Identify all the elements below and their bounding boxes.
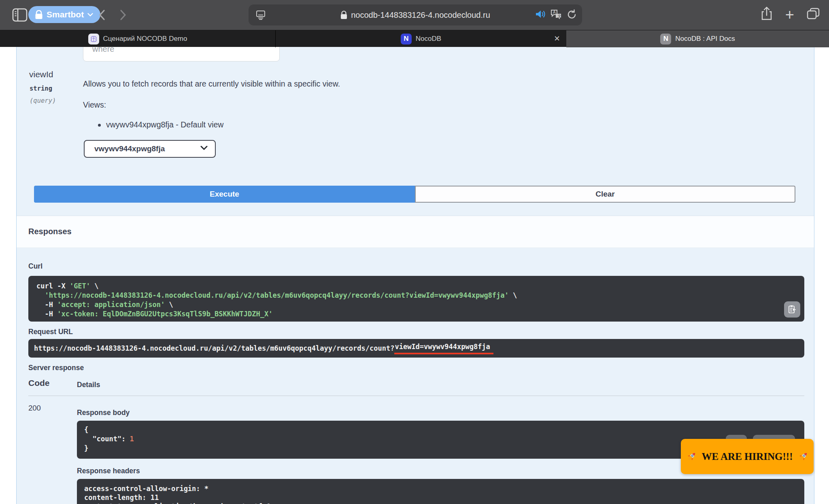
chevron-down-icon [200,146,208,150]
nocodb-icon: N [401,34,412,44]
we-are-hiring-banner[interactable]: WE ARE HIRING!!! [681,439,814,474]
tab-label: NocoDB : API Docs [675,35,735,43]
execute-button[interactable]: Execute [34,186,415,203]
rocket-icon [797,451,809,463]
view-id-select[interactable]: vwywv944xpwg8fja [84,140,216,158]
responses-heading: Responses [28,227,72,236]
clear-button[interactable]: Clear [415,186,795,203]
curl-code-block: curl -X 'GET' \ 'https://nocodb-14483831… [28,276,804,322]
details-column-header: Details [77,381,100,389]
table-divider [28,396,804,396]
smartbot-extension-button[interactable]: Smartbot [28,6,100,23]
url-text: nocodb-1448383126-4.nocodecloud.ru [351,11,490,20]
param-description: Allows you to fetch records that are cur… [83,79,340,89]
response-headers-block: access-control-allow-origin: * content-l… [77,479,804,504]
hiring-text: WE ARE HIRING!!! [701,451,793,462]
curl-label: Curl [28,262,43,271]
response-body-label: Response body [77,409,130,417]
copy-to-clipboard-button[interactable] [784,301,800,318]
forward-button[interactable] [117,9,129,21]
responses-section-header [17,216,814,248]
tls-lock-icon [340,11,347,19]
lock-icon [35,10,43,19]
status-code: 200 [28,404,41,413]
request-url-label: Request URL [28,328,73,336]
nocodb-docs-icon: N [660,34,671,44]
selected-view-value: vwywv944xpwg8fja [85,144,165,153]
views-label: Views: [83,100,106,110]
sidebar-toggle-icon[interactable] [12,8,28,22]
param-name: viewId [29,70,53,79]
request-url-text: https://nocodb-1448383126-4.nocodecloud.… [34,344,394,353]
tab-label: Сценарий NOCODB Demo [103,35,187,43]
tab-nocodb[interactable]: N NocoDB × [276,30,566,47]
svg-text:文: 文 [558,14,561,18]
address-bar[interactable]: nocodb-1448383126-4.nocodecloud.ru A 文 [249,4,582,25]
tab-bar: Сценарий NOCODB Demo N NocoDB × N NocoDB… [0,30,829,47]
clipboard-icon [787,305,797,314]
svg-text:A: A [553,10,556,15]
response-headers-label: Response headers [77,467,140,475]
request-url-block: https://nocodb-1448383126-4.nocodecloud.… [28,339,804,358]
tab-nocodb-api-docs[interactable]: N NocoDB : API Docs [566,30,829,47]
tab-scenario-demo[interactable]: Сценарий NOCODB Demo [0,30,276,47]
param-location: (query) [30,97,56,104]
rocket-icon [685,451,697,463]
bullet [98,124,101,127]
browser-toolbar: Smartbot nocodb-1448383126-4.nocodecloud… [0,0,829,30]
reload-icon[interactable] [566,9,577,21]
code-column-header: Code [28,378,50,388]
tab-overview-icon[interactable] [806,7,820,22]
param-type: string [30,85,52,92]
brain-icon [88,34,99,44]
close-tab-icon[interactable]: × [554,33,560,44]
tab-label: NocoDB [416,35,441,43]
view-list-item: vwywv944xpwg8fja - Default view [106,120,223,129]
audio-playing-icon[interactable] [535,9,546,21]
share-icon[interactable] [760,6,773,23]
request-url-viewid-highlight: viewId=vwywv944xpwg8fja [394,342,493,354]
translate-icon[interactable]: A 文 [550,9,562,21]
extension-label: Smartbot [47,10,84,19]
back-button[interactable] [96,9,108,21]
chevron-down-icon [87,13,93,17]
server-response-label: Server response [28,364,84,372]
count-value: 1 [130,435,134,443]
new-tab-icon[interactable]: + [785,8,794,21]
